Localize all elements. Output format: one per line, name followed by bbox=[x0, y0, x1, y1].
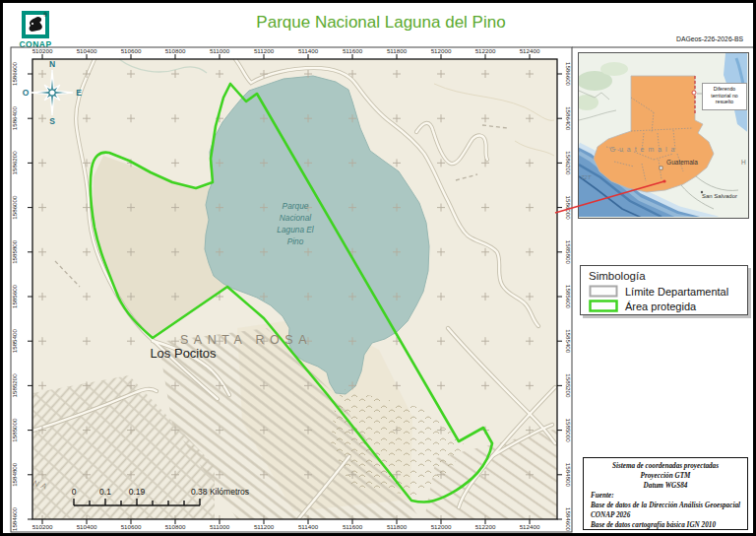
grid-coordinate-label: 1584600 bbox=[11, 506, 18, 531]
grid-coordinate-label: 1584600 bbox=[565, 507, 572, 532]
grid-coordinate-label: 1584800 bbox=[11, 462, 18, 487]
department-label: SANTA ROSA bbox=[180, 333, 312, 347]
compass-south: S bbox=[49, 116, 55, 126]
guatemala-city-marker bbox=[660, 167, 662, 169]
credits-source-1: Base de datos de la Dirección Análisis G… bbox=[591, 502, 740, 511]
scale-label-038: 0.38 Kilómetros bbox=[191, 487, 249, 497]
grid-coordinate-label: 510200 bbox=[32, 47, 53, 54]
grid-coordinate-label: 512000 bbox=[431, 47, 452, 54]
departmental-swatch-icon bbox=[589, 285, 618, 298]
credits-box: Sistema de coordenadas proyectadas Proye… bbox=[583, 457, 748, 530]
inset-map: G u a t e m a l a Guatemala San Salvador… bbox=[578, 52, 749, 219]
lake-label-line1: Parque bbox=[283, 201, 309, 211]
grid-coordinate-label: 510400 bbox=[77, 47, 97, 54]
credits-source-label: Fuente: bbox=[591, 492, 740, 502]
grid-coordinate-label: 1585400 bbox=[11, 329, 18, 354]
grid-coordinate-label: 1586200 bbox=[565, 151, 572, 175]
scale-label-019: 0.19 bbox=[129, 487, 146, 497]
protected-area-swatch-icon bbox=[589, 300, 618, 312]
grid-coordinate-label: 511600 bbox=[343, 47, 363, 54]
grid-coordinate-label: 1586000 bbox=[565, 196, 572, 221]
grid-coordinate-label: 1586200 bbox=[11, 151, 18, 175]
legend-title: Simbología bbox=[589, 270, 739, 282]
inset-country-label: G u a t e m a l a bbox=[610, 146, 676, 153]
lake-label-line4: Pino bbox=[287, 236, 304, 246]
compass-west: O bbox=[23, 88, 30, 98]
compass-north: N bbox=[49, 59, 55, 69]
grid-coordinate-label: 1585200 bbox=[11, 373, 18, 398]
inset-honduras-label: H o bbox=[741, 159, 747, 166]
grid-coordinate-label: 1584800 bbox=[565, 463, 572, 488]
grid-coordinate-label: 1586400 bbox=[565, 106, 572, 131]
compass-center bbox=[49, 90, 55, 96]
legend-item-label: Límite Departamental bbox=[625, 286, 728, 298]
legend-item-protected-area: Área protegida bbox=[589, 300, 739, 312]
inset-map-canvas: G u a t e m a l a Guatemala San Salvador… bbox=[579, 53, 747, 217]
grid-coordinate-label: 512400 bbox=[520, 47, 540, 54]
inset-terrain-patch bbox=[600, 62, 628, 76]
grid-coordinate-label: 511200 bbox=[254, 47, 275, 54]
grid-coordinate-label: 1586400 bbox=[11, 106, 18, 131]
inset-city-label: Guatemala bbox=[666, 159, 698, 166]
grid-coordinate-label: 1585600 bbox=[11, 284, 18, 308]
grid-coordinate-label: 1585800 bbox=[11, 239, 18, 264]
credits-projection: Proyección GTM bbox=[591, 472, 740, 482]
legend: Simbología Límite Departamental Área pro… bbox=[580, 265, 748, 315]
grid-coordinate-label: 511000 bbox=[210, 47, 230, 54]
lake-label-line3: Laguna El bbox=[277, 225, 315, 234]
grid-coordinate-label: 1585800 bbox=[565, 240, 572, 265]
grid-coordinate-label: 1585000 bbox=[11, 418, 18, 442]
map-sheet: Parque Nacional Laguna del Pino DAGeos-2… bbox=[0, 0, 756, 536]
grid-coordinate-label: 511400 bbox=[298, 47, 319, 54]
lake-label-line2: Nacional bbox=[280, 213, 312, 223]
scale-label-01: 0.1 bbox=[99, 487, 111, 497]
grid-coordinate-label: 1585200 bbox=[565, 373, 572, 398]
compass-east: E bbox=[76, 88, 82, 98]
grid-coordinate-label: 1586600 bbox=[11, 61, 18, 86]
dispute-marker-icon bbox=[692, 91, 696, 95]
grid-coordinate-label: 511800 bbox=[387, 47, 408, 54]
territorial-dispute-callout: Diferendo territorial no resuelto bbox=[702, 83, 747, 110]
grid-coordinate-label: 1585000 bbox=[565, 419, 572, 443]
inset-san-salvador-label: San Salvador bbox=[702, 193, 737, 199]
grid-coordinate-label: 510600 bbox=[121, 47, 142, 54]
inset-zone-label: 72T bbox=[581, 174, 593, 180]
scale-label-0: 0 bbox=[72, 487, 77, 497]
legend-item-label: Área protegida bbox=[625, 301, 696, 312]
grid-coordinate-label: 1585400 bbox=[565, 329, 572, 354]
credits-source-3: Base de datos cartografía básica IGN 201… bbox=[591, 521, 740, 531]
credits-coord-system: Sistema de coordenadas proyectadas bbox=[591, 462, 740, 472]
grid-coordinate-label: 1586000 bbox=[11, 195, 18, 220]
grid-coordinate-label: 1586600 bbox=[565, 62, 572, 87]
grid-coordinate-label: 512200 bbox=[475, 47, 496, 54]
town-label: Los Pocitos bbox=[150, 346, 217, 361]
credits-datum: Datum WGS84 bbox=[591, 482, 740, 492]
grid-coordinate-label: 510800 bbox=[165, 47, 186, 54]
credits-source-2: CONAP 2026 bbox=[591, 511, 740, 521]
legend-item-departmental: Límite Departamental bbox=[589, 285, 739, 298]
grid-coordinate-label: 1585600 bbox=[565, 285, 572, 309]
